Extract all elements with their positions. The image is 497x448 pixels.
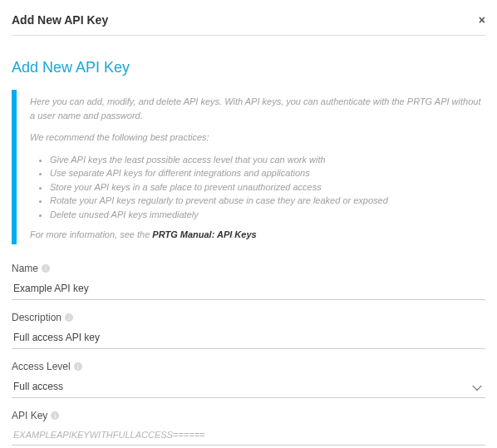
form-group-description: Description i	[12, 312, 485, 349]
list-item: Rotate your API keys regularly to preven…	[50, 194, 485, 208]
description-input[interactable]	[12, 327, 485, 349]
dialog-header: Add New API Key ×	[12, 8, 485, 36]
list-item: Delete unused API keys immediately	[50, 208, 485, 222]
list-item: Use separate API keys for different inte…	[50, 166, 485, 180]
dialog-title: Add New API Key	[12, 13, 108, 27]
name-label: Name i	[12, 263, 485, 274]
api-key-value: EXAMPLEAPIKEYWITHFULLACCESS======	[12, 425, 485, 446]
form-group-access-level: Access Level i Full access	[12, 361, 485, 398]
access-level-select-wrapper: Full access	[12, 376, 485, 398]
info-icon[interactable]: i	[51, 411, 59, 420]
info-icon[interactable]: i	[42, 264, 50, 273]
form-group-name: Name i	[12, 263, 485, 300]
close-icon[interactable]: ×	[479, 13, 485, 27]
info-recommend: We recommend the following best practice…	[30, 130, 485, 145]
info-icon[interactable]: i	[65, 313, 73, 322]
form-group-api-key: API Key i EXAMPLEAPIKEYWITHFULLACCESS===…	[12, 410, 485, 446]
best-practices-list: Give API keys the least possible access …	[30, 153, 485, 222]
info-intro: Here you can add, modify, and delete API…	[30, 95, 485, 122]
list-item: Store your API keys in a safe place to p…	[50, 180, 485, 194]
access-level-select[interactable]: Full access	[12, 376, 485, 398]
info-icon[interactable]: i	[74, 362, 82, 371]
access-level-label: Access Level i	[12, 361, 485, 372]
more-info: For more information, see the PRTG Manua…	[30, 229, 485, 239]
info-block: Here you can add, modify, and delete API…	[12, 90, 485, 244]
manual-link[interactable]: PRTG Manual: API Keys	[152, 229, 256, 239]
description-label: Description i	[12, 312, 485, 323]
list-item: Give API keys the least possible access …	[50, 153, 485, 167]
api-key-label: API Key i	[12, 410, 485, 421]
section-title: Add New API Key	[12, 59, 485, 76]
name-input[interactable]	[12, 278, 485, 300]
